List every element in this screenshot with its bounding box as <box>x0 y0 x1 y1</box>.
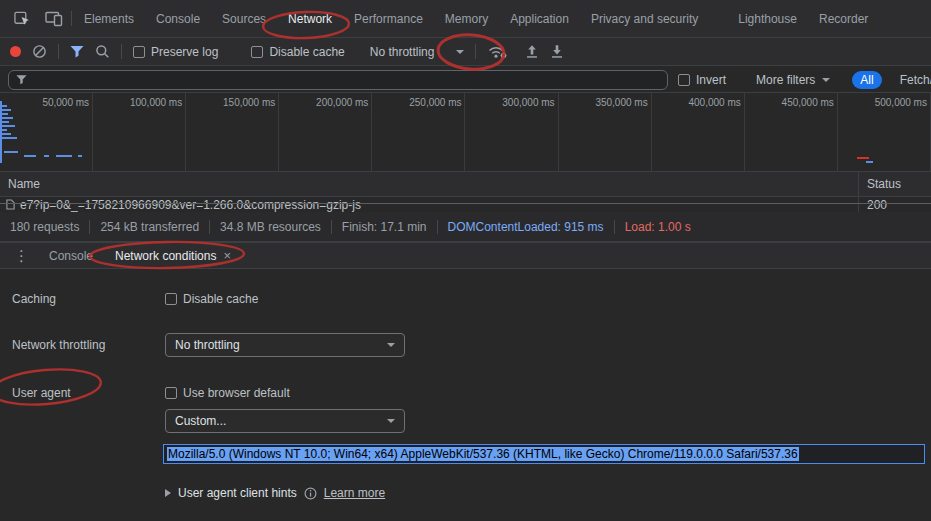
throttling-value: No throttling <box>370 45 435 59</box>
checkbox-box <box>165 387 177 399</box>
summary-transferred: 254 kB transferred <box>90 220 210 234</box>
inspect-icon[interactable] <box>14 10 31 27</box>
export-har-icon[interactable] <box>550 44 564 59</box>
more-filters-dropdown[interactable]: More filters <box>756 73 830 87</box>
tab-network[interactable]: Network <box>278 0 342 38</box>
overview-activity-mark <box>78 155 82 157</box>
timeline-tick: 100,000 ms <box>93 93 186 171</box>
timeline-tick: 400,000 ms <box>652 93 745 171</box>
invert-label: Invert <box>696 73 726 87</box>
network-overview-timeline[interactable]: 50,000 ms 100,000 ms 150,000 ms 200,000 … <box>0 93 931 172</box>
summary-load: Load: 1.00 s <box>615 220 701 234</box>
clear-network-log-icon[interactable] <box>32 44 47 59</box>
drawer-tab-console[interactable]: Console <box>39 243 103 269</box>
chevron-down-icon <box>822 78 830 82</box>
user-agent-row: User agent Use browser default <box>0 381 925 405</box>
timeline-tick: 350,000 ms <box>559 93 652 171</box>
column-header-status[interactable]: Status <box>859 172 931 196</box>
network-conditions-icon[interactable] <box>487 43 508 60</box>
summary-resources: 34.8 MB resources <box>210 220 332 234</box>
summary-requests: 180 requests <box>10 220 90 234</box>
throttling-row: Network throttling No throttling <box>0 333 925 357</box>
preserve-log-label: Preserve log <box>151 45 218 59</box>
checkbox-box <box>165 293 177 305</box>
timeline-tick: 450,000 ms <box>745 93 838 171</box>
disable-cache-checkbox[interactable]: Disable cache <box>251 45 344 59</box>
preserve-log-checkbox[interactable]: Preserve log <box>133 45 218 59</box>
table-row[interactable]: e7?ip=0&_=1758210966909&ver=1.266.0&comp… <box>0 197 931 212</box>
tab-memory[interactable]: Memory <box>435 0 498 38</box>
throttling-select-value: No throttling <box>175 338 240 352</box>
record-network-log-icon[interactable] <box>10 46 21 57</box>
info-icon[interactable] <box>304 487 317 500</box>
toolbar-divider <box>475 44 476 59</box>
overview-activity-mark <box>2 137 17 139</box>
toolbar-divider <box>121 44 122 59</box>
script-file-icon <box>6 199 15 210</box>
learn-more-link[interactable]: Learn more <box>324 486 385 500</box>
client-hints-label[interactable]: User agent client hints <box>178 486 297 500</box>
invert-checkbox[interactable]: Invert <box>678 73 726 87</box>
overview-load-marker <box>857 157 869 159</box>
ua-select-row: Custom... <box>0 409 925 433</box>
network-throttling-label: Network throttling <box>0 338 165 352</box>
throttling-select[interactable]: No throttling <box>370 45 465 59</box>
search-icon[interactable] <box>95 44 110 59</box>
caching-label: Caching <box>0 292 165 306</box>
overview-activity-mark <box>2 109 11 111</box>
tab-lighthouse[interactable]: Lighthouse <box>728 0 807 38</box>
request-table-header: Name Status <box>0 172 931 197</box>
client-hints-row: User agent client hints Learn more <box>0 481 925 505</box>
import-har-icon[interactable] <box>525 44 539 59</box>
drawer-disable-cache-checkbox[interactable]: Disable cache <box>165 292 258 306</box>
more-options-kebab-icon[interactable]: ⋮ <box>6 247 37 265</box>
network-summary-bar: 180 requests 254 kB transferred 34.8 MB … <box>0 212 931 242</box>
user-agent-select[interactable]: Custom... <box>165 409 405 433</box>
chevron-down-icon <box>387 419 395 423</box>
overview-activity-mark <box>2 105 7 107</box>
caching-row: Caching Disable cache <box>0 287 925 311</box>
drawer-tab-label: Network conditions <box>115 249 216 263</box>
device-toolbar-icon[interactable] <box>45 10 63 27</box>
disclosure-triangle-icon[interactable] <box>165 489 171 497</box>
tab-application[interactable]: Application <box>500 0 579 38</box>
overview-activity-mark <box>2 121 9 123</box>
overview-activity-mark <box>2 129 7 131</box>
network-throttling-select[interactable]: No throttling <box>165 333 405 357</box>
tab-console[interactable]: Console <box>146 0 210 38</box>
user-agent-label: User agent <box>0 386 165 400</box>
close-icon[interactable]: × <box>223 249 231 262</box>
summary-finish: Finish: 17.1 min <box>332 220 438 234</box>
ua-select-value: Custom... <box>175 414 226 428</box>
toolbar-divider <box>58 44 59 59</box>
overview-activity-mark <box>56 155 72 157</box>
use-browser-default-checkbox[interactable]: Use browser default <box>165 386 290 400</box>
timeline-grid: 50,000 ms 100,000 ms 150,000 ms 200,000 … <box>0 93 931 171</box>
checkbox-box <box>133 46 145 58</box>
chevron-down-icon <box>456 50 464 54</box>
main-toolbar: Elements Console Sources Network Perform… <box>0 0 931 38</box>
timeline-tick: 200,000 ms <box>279 93 372 171</box>
timeline-tick: 500,000 ms <box>838 93 931 171</box>
overview-activity-mark <box>44 155 49 157</box>
filter-toggle-icon[interactable] <box>70 45 84 58</box>
drawer-disable-cache-label: Disable cache <box>183 292 258 306</box>
column-header-name[interactable]: Name <box>0 172 859 196</box>
overview-activity-mark <box>24 155 36 157</box>
request-status-cell: 200 <box>859 198 931 212</box>
timeline-tick: 300,000 ms <box>465 93 558 171</box>
filter-chip-all[interactable]: All <box>852 71 881 89</box>
tab-recorder[interactable]: Recorder <box>809 0 878 38</box>
filter-input[interactable] <box>8 70 668 90</box>
drawer-tab-network-conditions[interactable]: Network conditions × <box>105 243 241 269</box>
overview-activity-mark <box>4 151 18 153</box>
tab-elements[interactable]: Elements <box>74 0 144 38</box>
filter-chip-fetch[interactable]: Fetch/ <box>892 71 931 89</box>
tab-privacy-and-security[interactable]: Privacy and security <box>581 0 708 38</box>
tab-sources[interactable]: Sources <box>212 0 276 38</box>
user-agent-input[interactable]: Mozilla/5.0 (Windows NT 10.0; Win64; x64… <box>163 444 925 464</box>
disable-cache-label: Disable cache <box>269 45 344 59</box>
drawer-toolbar: ⋮ Console Network conditions × <box>0 242 931 269</box>
tab-performance[interactable]: Performance <box>344 0 433 38</box>
chevron-down-icon <box>387 343 395 347</box>
